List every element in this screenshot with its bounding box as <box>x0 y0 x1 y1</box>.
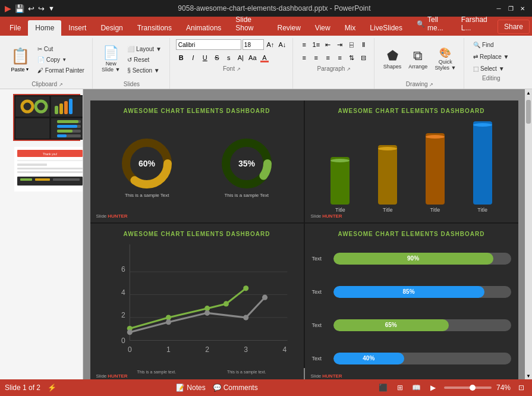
tab-review[interactable]: Review <box>270 20 308 36</box>
arrange-button[interactable]: ⧉ Arrange <box>405 42 430 77</box>
shapes-button[interactable]: ⬟ Shapes <box>380 42 405 77</box>
columns-button[interactable]: Ⅱ <box>358 39 369 50</box>
tab-design[interactable]: Design <box>93 20 130 36</box>
svg-rect-27 <box>20 178 32 181</box>
svg-rect-26 <box>17 177 83 186</box>
restore-button[interactable]: ❐ <box>506 4 515 13</box>
tab-home[interactable]: Home <box>28 20 61 36</box>
slideshow-button[interactable]: ▶ <box>427 382 439 394</box>
layout-button[interactable]: ⬜ Layout ▼ <box>124 43 164 54</box>
tab-slideshow[interactable]: Slide Show <box>228 12 270 36</box>
select-button[interactable]: ⬚ Select ▼ <box>470 63 512 74</box>
new-slide-button[interactable]: 📄 NewSlide ▼ <box>99 42 123 77</box>
tab-view[interactable]: View <box>308 20 338 36</box>
redo-icon[interactable]: ↪ <box>38 4 45 13</box>
paste-button[interactable]: 📋 Paste ▼ <box>7 42 33 77</box>
save-icon[interactable]: 💾 <box>15 4 24 13</box>
tab-liveslides[interactable]: LiveSlides <box>363 20 410 36</box>
q2-hunter-text: HUNTER <box>322 213 342 219</box>
cylinder-4: Title <box>473 121 492 213</box>
font-family-input[interactable] <box>176 39 241 50</box>
copy-button[interactable]: 📄 Copy ▼ <box>34 54 87 65</box>
progress-fill-4: 40% <box>333 353 405 364</box>
svg-point-59 <box>243 315 248 320</box>
format-painter-button[interactable]: 🖌 Format Painter <box>34 65 87 76</box>
slide-thumb-2[interactable]: Thank you! <box>13 146 80 193</box>
donuts-row: 60% This is a sample Text 35% This is a … <box>97 119 297 215</box>
reading-view-button[interactable]: 📖 <box>411 382 423 394</box>
ribbon-tabs: File Home Insert Design Transitions Anim… <box>0 17 532 36</box>
slide-sorter-button[interactable]: ⊞ <box>394 382 406 394</box>
cylinder-chart: Title Title <box>312 119 511 215</box>
zoom-thumb[interactable] <box>470 385 476 391</box>
tab-animations[interactable]: Animations <box>179 20 228 36</box>
bold-button[interactable]: B <box>176 52 187 63</box>
decrease-font-button[interactable]: A↓ <box>277 39 288 50</box>
font-size-input[interactable] <box>243 39 264 50</box>
align-text-button[interactable]: ⊟ <box>358 52 369 63</box>
notes-button[interactable]: 📝 Notes <box>176 384 205 392</box>
comments-button[interactable]: 💬 Comments <box>213 384 258 392</box>
slide-thumb-1[interactable] <box>13 94 80 141</box>
scroll-down-button[interactable]: ▼ <box>525 372 532 379</box>
svg-rect-12 <box>57 120 78 123</box>
zoom-level: 74% <box>496 384 511 392</box>
slide-canvas[interactable]: AWESOME CHART ELEMENTS DASHBOARD 60% Thi… <box>90 100 518 368</box>
fit-slide-button[interactable]: ⊡ <box>515 382 527 394</box>
text-direction-button[interactable]: ⇅ <box>347 52 357 63</box>
tab-tellme[interactable]: 🔍 Tell me... <box>410 12 454 36</box>
cut-button[interactable]: ✂ Cut <box>34 43 87 54</box>
drawing-label: Drawing ↗ <box>406 80 433 87</box>
tab-share[interactable]: Share <box>498 20 530 34</box>
undo-icon[interactable]: ↩ <box>28 4 34 13</box>
italic-button[interactable]: I <box>188 52 199 63</box>
smart-art-button[interactable]: ⌸ <box>347 39 357 50</box>
zoom-slider[interactable] <box>444 386 492 389</box>
quadrant-progress: AWESOME CHART ELEMENTS DASHBOARD Text 90… <box>305 224 518 379</box>
tab-file[interactable]: File <box>2 20 28 36</box>
scroll-up-button[interactable]: ▲ <box>525 89 532 96</box>
increase-font-button[interactable]: A↑ <box>265 39 276 50</box>
close-button[interactable]: ✕ <box>518 4 527 13</box>
q3-hunter-text: HUNTER <box>108 373 127 379</box>
svg-rect-18 <box>57 134 67 137</box>
bullets-button[interactable]: ≡ <box>299 39 310 50</box>
donut-1: 60% This is a sample Text <box>120 137 174 198</box>
q3-brand: Slide HUNTER <box>96 373 128 379</box>
progress-fill-2: 85% <box>333 286 484 298</box>
increase-indent-button[interactable]: ⇥ <box>335 39 345 50</box>
strikethrough-button[interactable]: S <box>212 52 222 63</box>
ribbon-group-drawing: ⬟ Shapes ⧉ Arrange 🎨 QuickStyles ▼ Drawi… <box>376 38 464 89</box>
tab-mix[interactable]: Mix <box>338 20 363 36</box>
normal-view-button[interactable]: ⬛ <box>377 382 389 394</box>
replace-button[interactable]: ⇄ Replace ▼ <box>470 51 512 62</box>
tab-insert[interactable]: Insert <box>61 20 93 36</box>
progress-row-4: Text 40% <box>312 353 511 364</box>
char-spacing-button[interactable]: A| <box>235 52 246 63</box>
scroll-thumb[interactable] <box>526 100 531 124</box>
customize-icon[interactable]: ▼ <box>48 5 55 12</box>
numbering-button[interactable]: 1≡ <box>311 39 322 50</box>
tab-transitions[interactable]: Transitions <box>130 20 179 36</box>
section-button[interactable]: § Section ▼ <box>124 65 164 76</box>
quadrant-line: AWESOME CHART ELEMENTS DASHBOARD 0 2 4 6 <box>90 224 304 379</box>
cyl-2-label: Title <box>383 207 393 213</box>
accessibility-icon[interactable]: ⚡ <box>48 384 56 392</box>
find-button[interactable]: 🔍 Find <box>470 39 512 50</box>
reset-button[interactable]: ↺ Reset <box>124 54 164 65</box>
svg-point-54 <box>223 301 228 306</box>
quick-styles-button[interactable]: 🎨 QuickStyles ▼ <box>432 42 459 77</box>
shadow-button[interactable]: s <box>223 52 234 63</box>
decrease-indent-button[interactable]: ⇤ <box>323 39 333 50</box>
svg-text:4: 4 <box>282 345 287 354</box>
align-center-button[interactable]: ≡ <box>311 52 322 63</box>
svg-text:2: 2 <box>121 311 125 319</box>
underline-button[interactable]: U <box>200 52 210 63</box>
font-color-button[interactable]: A <box>259 52 270 63</box>
change-case-button[interactable]: Aa <box>247 52 258 63</box>
tab-account[interactable]: Farshad L... <box>454 12 498 36</box>
main-area: 1 <box>0 89 532 379</box>
align-left-button[interactable]: ≡ <box>299 52 310 63</box>
justify-button[interactable]: ≡ <box>335 52 345 63</box>
align-right-button[interactable]: ≡ <box>323 52 333 63</box>
